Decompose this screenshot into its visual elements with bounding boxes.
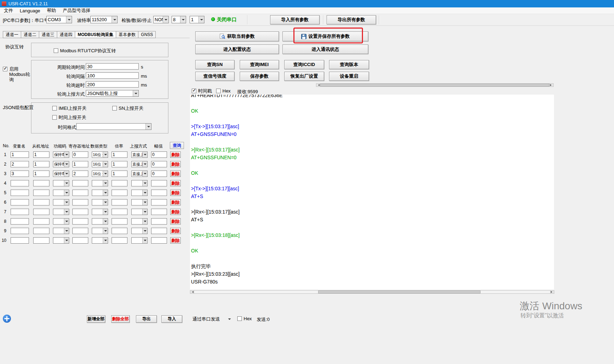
serial-send-dropdown[interactable]: 通过串口发送 [192,316,232,322]
ratio-input[interactable] [112,218,127,225]
set-save-all-params-button[interactable]: 设置并保存所有参数 [282,31,368,41]
modbus-rtu-tcp-checkbox[interactable]: Modbus RTU/TCP协议互转 [54,48,116,53]
log-output[interactable]: AT+HEARTDT=7777772E7573722E636EOK>[Tx->]… [190,95,554,290]
function-code-select[interactable] [53,209,69,215]
register-address-input[interactable] [72,161,88,167]
register-address-input[interactable] [72,180,88,186]
data-type-select[interactable]: 16位 无 [92,151,108,158]
data-type-select[interactable] [92,180,108,186]
delete-all-button[interactable]: 删除全部 [111,315,130,323]
var-name-input[interactable] [11,228,29,234]
export-button[interactable]: 导出 [136,315,157,323]
com-port-select[interactable]: COM3 [46,16,72,23]
var-name-input[interactable] [11,237,29,244]
var-name-input[interactable] [11,151,29,158]
slave-address-input[interactable] [33,151,49,158]
data-type-select[interactable] [92,237,108,244]
function-code-select[interactable] [53,218,69,225]
scroll-thumb[interactable] [318,291,481,293]
function-code-select[interactable]: 保持寄 [53,151,69,158]
tab[interactable]: GNSS [138,31,156,38]
time-report-checkbox[interactable]: 时间上报开关 [52,115,86,120]
menu-item[interactable]: Language [19,8,41,13]
query-button[interactable]: 查询 [170,142,184,149]
var-name-input[interactable] [11,171,29,177]
register-address-input[interactable] [72,218,88,225]
function-code-select[interactable] [53,228,69,234]
imei-report-checkbox[interactable]: IMEI上报开关 [52,106,87,111]
report-mode-select[interactable]: 直接上 [131,151,148,158]
delete-row-button[interactable]: 删除 [170,209,181,215]
report-mode-select[interactable] [131,190,148,196]
slave-address-input[interactable] [33,228,49,234]
query-sn-button[interactable]: 查询SN [195,60,234,69]
parity-select[interactable]: NONI [153,16,169,23]
scroll-left-icon[interactable] [190,291,194,293]
scroll-left-icon[interactable] [316,84,320,86]
slave-address-input[interactable] [33,209,49,215]
register-address-input[interactable] [72,237,88,244]
function-code-select[interactable]: 保持寄 [53,161,69,167]
var-name-input[interactable] [11,190,29,196]
add-icon[interactable] [3,315,11,323]
import-button[interactable]: 导入 [161,315,182,323]
amplitude-input[interactable] [151,190,167,196]
stop-bits-select[interactable]: 1 [190,16,204,23]
hex-display-checkbox[interactable]: Hex [216,88,231,94]
tab[interactable]: 通道三 [39,31,57,38]
ratio-input[interactable] [112,228,127,234]
report-mode-select[interactable] [131,237,148,244]
horizontal-scrollbar[interactable] [190,290,554,294]
scroll-right-icon[interactable] [549,84,553,86]
ratio-input[interactable] [112,161,127,167]
var-name-input[interactable] [11,199,29,205]
factory-reset-button[interactable]: 恢复出厂设置 [284,72,324,81]
delete-row-button[interactable]: 删除 [170,218,181,225]
scroll-thumb[interactable] [320,84,549,86]
delete-row-button[interactable]: 删除 [170,161,181,167]
data-type-select[interactable] [92,209,108,215]
register-address-input[interactable] [72,171,88,177]
delete-row-button[interactable]: 删除 [170,199,181,205]
poll-timeout-input[interactable] [86,81,139,88]
sn-report-checkbox[interactable]: SN上报开关 [112,106,143,111]
data-type-select[interactable] [92,228,108,234]
poll-interval-input[interactable] [86,72,139,79]
data-bits-select[interactable]: 8 [172,16,186,23]
export-all-params-button[interactable]: 导出所有参数 [327,15,376,24]
amplitude-input[interactable] [151,209,167,215]
ratio-input[interactable] [112,237,127,244]
amplitude-input[interactable] [151,218,167,225]
function-code-select[interactable] [53,199,69,205]
tab[interactable]: 通道一 [3,31,21,38]
delete-row-button[interactable]: 删除 [170,151,181,158]
ratio-input[interactable] [112,209,127,215]
data-type-select[interactable] [92,218,108,225]
amplitude-input[interactable] [151,151,167,158]
menu-item[interactable]: 帮助 [46,7,57,14]
amplitude-input[interactable] [151,199,167,205]
var-name-input[interactable] [11,180,29,186]
import-all-params-button[interactable]: 导入所有参数 [270,15,320,24]
enable-modbus-poll-checkbox[interactable]: 启用 Modbus轮 询 [3,66,30,82]
query-iccid-button[interactable]: 查询ICCID [284,60,324,69]
amplitude-input[interactable] [151,171,167,177]
data-type-select[interactable] [92,190,108,196]
enter-config-mode-button[interactable]: 进入配置状态 [195,44,279,54]
tab[interactable]: 通道四 [57,31,75,38]
menu-item[interactable]: 文件 [3,7,14,14]
slave-address-input[interactable] [33,161,49,167]
poll-cycle-input[interactable] [86,63,139,70]
register-address-input[interactable] [72,228,88,234]
function-code-select[interactable] [53,237,69,244]
tab[interactable]: 基本参数 [116,31,138,38]
close-serial-button[interactable]: 关闭串口 [217,17,237,23]
report-mode-select[interactable] [131,180,148,186]
register-address-input[interactable] [72,190,88,196]
delete-row-button[interactable]: 删除 [170,190,181,196]
function-code-select[interactable] [53,190,69,196]
amplitude-input[interactable] [151,180,167,186]
menu-item[interactable]: 产品型号选择 [62,7,91,14]
add-all-button[interactable]: 新增全部 [87,315,105,323]
function-code-select[interactable]: 保持寄 [53,171,69,177]
